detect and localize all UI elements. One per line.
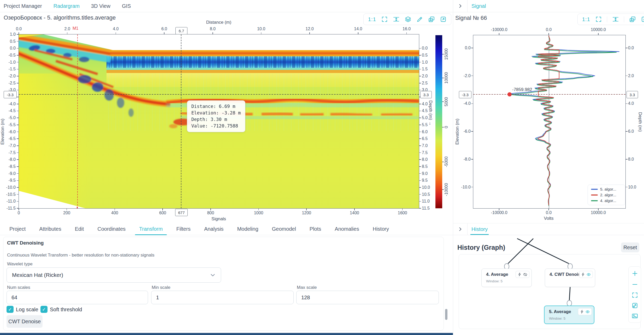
depth-tick (419, 153, 421, 153)
log-scale-checkbox[interactable]: ✓ (7, 306, 14, 313)
colorbar-tick-label: 10000 (444, 66, 448, 90)
distance-tick-label: 12.0 (302, 27, 317, 31)
history-node-cwt4[interactable]: 4. CWT Denoise (545, 269, 595, 287)
reset-button[interactable]: Reset (621, 242, 639, 252)
num-scales-input[interactable] (7, 291, 148, 304)
series-5-average-line (510, 35, 619, 205)
tab-coordinates[interactable]: Coordinates (91, 223, 132, 235)
tab-history[interactable]: History (471, 223, 488, 235)
tab-signal[interactable]: Signal (471, 0, 486, 12)
tab-modeling[interactable]: Modeling (230, 223, 265, 235)
signal-fit-screen-button[interactable] (595, 16, 602, 23)
radargram-layers-button[interactable] (405, 16, 411, 23)
radargram-draw-button[interactable] (416, 16, 423, 23)
distance-tick-label: 4.0 (108, 27, 123, 31)
marker-m1-line[interactable] (77, 34, 78, 208)
signal-bottom-tick-label: 0.0 (537, 210, 560, 215)
tab-attributes[interactable]: Attributes (32, 223, 68, 235)
max-scale-input[interactable] (296, 291, 439, 304)
marker-m1-label[interactable]: M1 (73, 26, 78, 31)
depth-tick-label: 8.5 (422, 164, 434, 169)
distance-tick-label: 6.0 (156, 27, 172, 31)
signals-axis-title: Signals (208, 216, 229, 222)
tab-project[interactable]: Project (3, 223, 32, 235)
node-title: 4. CWT Denoise (550, 272, 583, 277)
top-navigation: Project ManagerRadargram3D ViewGIS (0, 0, 453, 12)
depth-tick (419, 187, 421, 188)
colorbar-tick-label: 15000 (444, 42, 448, 66)
signal-one-to-one-button[interactable]: 1:1 (582, 16, 590, 22)
eye-icon[interactable] (586, 310, 590, 314)
history-node-avg4[interactable]: 4. AverageWindow: 5 (481, 269, 532, 287)
soft-threshold-checkbox[interactable]: ✓ (40, 306, 48, 313)
signal-top-tick-label: 0.0 (537, 27, 560, 32)
soft-threshold-label[interactable]: Soft threshold (50, 307, 82, 313)
signal-depth-tick (625, 48, 628, 48)
radargram-snapshot-button[interactable] (428, 16, 435, 23)
colorbar-tick (442, 54, 444, 54)
tab-history[interactable]: History (366, 223, 396, 235)
tab-filters[interactable]: Filters (169, 223, 197, 235)
radargram-one-to-one-button[interactable]: 1:1 (368, 16, 376, 22)
zap-icon[interactable] (581, 272, 585, 276)
depth-tick (419, 208, 421, 209)
cwt-denoise-button[interactable]: CWT Denoise (7, 315, 43, 328)
elevation-tick-label: -5.0 (3, 115, 16, 120)
marker-m1-foot (77, 207, 78, 208)
zap-icon[interactable] (580, 310, 584, 314)
history-zoom-in-button[interactable] (631, 270, 639, 277)
min-scale-label: Min scale (152, 285, 170, 290)
history-resize-button[interactable] (631, 302, 638, 309)
signal-picked-point[interactable] (507, 92, 512, 96)
min-scale-input[interactable] (151, 291, 294, 304)
node-title: 5. Average (549, 309, 571, 314)
tab-plots[interactable]: Plots (303, 223, 328, 235)
chevron-down-icon (210, 272, 216, 278)
depth-tick-label: 4.5 (422, 108, 434, 113)
radargram-amplitude-scale-button[interactable] (393, 16, 400, 23)
signal-amplitude-scale-button[interactable] (612, 16, 619, 23)
crosshair-depth-badge: 3.3 (420, 91, 432, 98)
signal-chart-canvas[interactable] (474, 35, 625, 208)
history-zoom-out-button[interactable] (631, 281, 639, 288)
zap-icon[interactable] (518, 272, 522, 276)
depth-tick-label: 6.0 (422, 130, 434, 134)
radargram-fit-screen-button[interactable] (381, 16, 388, 23)
node-actions (578, 308, 592, 315)
signal-top-tick-label: -10000.0 (487, 27, 511, 32)
signal-open-external-button[interactable] (641, 16, 644, 23)
signal-depth-tick (625, 103, 628, 104)
log-scale-label[interactable]: Log scale (16, 307, 38, 313)
depth-tick-label: 10.5 (422, 192, 434, 197)
crosshair-horizontal-line[interactable] (19, 94, 419, 95)
wavelet-type-select[interactable]: Mexican Hat (Ricker) (7, 267, 221, 283)
eye-icon[interactable] (587, 272, 591, 277)
horizontal-scrollbar[interactable] (0, 333, 453, 335)
nav-item-3d-view[interactable]: 3D View (91, 3, 110, 9)
elevation-tick-label: -11.5 (3, 206, 16, 211)
history-image-button[interactable] (631, 313, 638, 319)
distance-tick-label: 0.0 (11, 27, 27, 31)
eye-off-icon[interactable] (523, 272, 527, 277)
collapse-history-panel-button[interactable] (453, 223, 468, 235)
collapse-signal-panel-button[interactable] (453, 0, 468, 12)
depth-tick-label: 7.5 (422, 150, 434, 155)
tab-edit[interactable]: Edit (68, 223, 91, 235)
history-node-avg5[interactable]: 5. AverageWindow: 5 (544, 306, 594, 324)
elevation-tick-label: -6.0 (3, 130, 16, 134)
tab-analysis[interactable]: Analysis (197, 223, 230, 235)
transform-scrollbar-thumb[interactable] (445, 309, 447, 320)
nav-item-gis[interactable]: GIS (122, 3, 131, 9)
crosshair-vertical-line[interactable] (181, 34, 181, 208)
signal-panel-header: Signal (453, 0, 644, 12)
history-fit-screen-button[interactable] (631, 292, 638, 299)
radargram-open-external-button[interactable] (440, 16, 447, 23)
tab-anomalies[interactable]: Anomalies (328, 223, 366, 235)
nav-item-radargram[interactable]: Radargram (54, 3, 80, 9)
tab-transform[interactable]: Transform (132, 223, 169, 235)
nav-item-project-manager[interactable]: Project Manager (4, 3, 42, 9)
signal-crosshair-line[interactable] (473, 94, 625, 95)
elevation-tick-label: -9.0 (3, 171, 16, 176)
tab-geomodel[interactable]: Geomodel (265, 223, 303, 235)
signal-snapshot-button[interactable] (629, 16, 636, 23)
